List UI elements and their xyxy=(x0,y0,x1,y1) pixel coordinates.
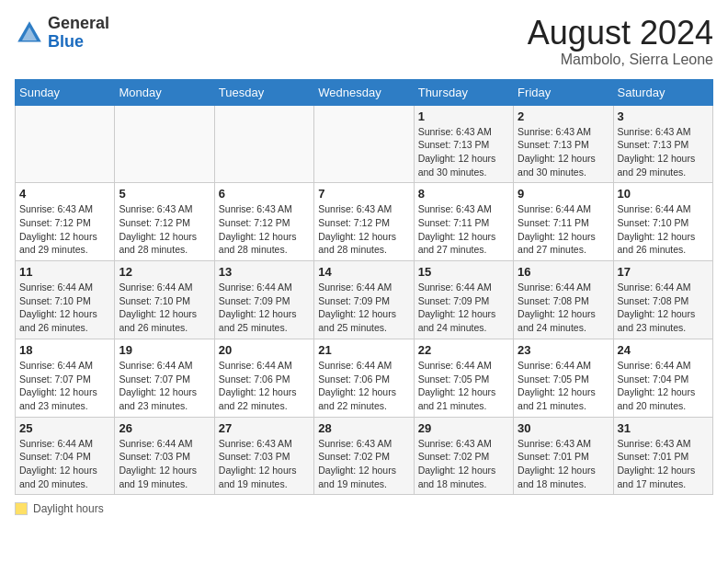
day-info: Sunrise: 6:44 AMSunset: 7:05 PMDaylight:… xyxy=(418,359,509,413)
calendar-cell: 31Sunrise: 6:43 AMSunset: 7:01 PMDayligh… xyxy=(613,417,712,495)
day-number: 17 xyxy=(618,265,709,279)
day-info: Sunrise: 6:44 AMSunset: 7:10 PMDaylight:… xyxy=(618,202,709,257)
day-number: 20 xyxy=(219,343,310,357)
header-cell-saturday: Saturday xyxy=(613,79,712,105)
calendar-cell xyxy=(314,105,414,183)
day-number: 7 xyxy=(318,187,409,201)
month-year: August 2024 xyxy=(528,15,713,52)
day-info: Sunrise: 6:44 AMSunset: 7:08 PMDaylight:… xyxy=(518,281,609,335)
header-row: SundayMondayTuesdayWednesdayThursdayFrid… xyxy=(16,79,713,105)
calendar-cell: 29Sunrise: 6:43 AMSunset: 7:02 PMDayligh… xyxy=(414,417,513,495)
day-number: 31 xyxy=(618,421,709,435)
daylight-label: Daylight hours xyxy=(33,502,104,515)
day-info: Sunrise: 6:43 AMSunset: 7:01 PMDaylight:… xyxy=(618,437,709,491)
day-info: Sunrise: 6:43 AMSunset: 7:11 PMDaylight:… xyxy=(418,202,509,257)
logo: General Blue xyxy=(15,15,109,52)
day-info: Sunrise: 6:44 AMSunset: 7:11 PMDaylight:… xyxy=(518,202,609,257)
week-row-4: 18Sunrise: 6:44 AMSunset: 7:07 PMDayligh… xyxy=(16,339,713,417)
day-number: 2 xyxy=(518,109,609,123)
day-info: Sunrise: 6:43 AMSunset: 7:03 PMDaylight:… xyxy=(219,437,310,491)
day-number: 22 xyxy=(418,343,509,357)
day-number: 24 xyxy=(618,343,709,357)
calendar-cell: 9Sunrise: 6:44 AMSunset: 7:11 PMDaylight… xyxy=(514,183,613,261)
day-number: 29 xyxy=(418,421,509,435)
calendar-cell: 5Sunrise: 6:43 AMSunset: 7:12 PMDaylight… xyxy=(115,183,214,261)
header-cell-tuesday: Tuesday xyxy=(214,79,313,105)
header: General Blue August 2024 Mambolo, Sierra… xyxy=(15,15,713,68)
day-number: 3 xyxy=(618,109,709,123)
title-area: August 2024 Mambolo, Sierra Leone xyxy=(528,15,713,68)
day-number: 6 xyxy=(219,187,310,201)
calendar-cell: 23Sunrise: 6:44 AMSunset: 7:05 PMDayligh… xyxy=(514,339,613,417)
day-number: 1 xyxy=(418,109,509,123)
day-info: Sunrise: 6:44 AMSunset: 7:03 PMDaylight:… xyxy=(119,437,210,491)
day-number: 16 xyxy=(518,265,609,279)
calendar-cell: 3Sunrise: 6:43 AMSunset: 7:13 PMDaylight… xyxy=(613,105,712,183)
header-cell-monday: Monday xyxy=(115,79,214,105)
calendar-cell: 16Sunrise: 6:44 AMSunset: 7:08 PMDayligh… xyxy=(514,261,613,339)
day-number: 27 xyxy=(219,421,310,435)
day-info: Sunrise: 6:44 AMSunset: 7:05 PMDaylight:… xyxy=(518,359,609,413)
calendar-cell: 12Sunrise: 6:44 AMSunset: 7:10 PMDayligh… xyxy=(115,261,214,339)
day-number: 5 xyxy=(119,187,210,201)
day-info: Sunrise: 6:44 AMSunset: 7:08 PMDaylight:… xyxy=(618,281,709,335)
day-info: Sunrise: 6:43 AMSunset: 7:13 PMDaylight:… xyxy=(618,125,709,179)
calendar-cell: 24Sunrise: 6:44 AMSunset: 7:04 PMDayligh… xyxy=(613,339,712,417)
day-number: 30 xyxy=(518,421,609,435)
calendar-cell: 30Sunrise: 6:43 AMSunset: 7:01 PMDayligh… xyxy=(514,417,613,495)
day-number: 25 xyxy=(19,421,110,435)
calendar-cell: 28Sunrise: 6:43 AMSunset: 7:02 PMDayligh… xyxy=(314,417,414,495)
day-info: Sunrise: 6:44 AMSunset: 7:04 PMDaylight:… xyxy=(618,359,709,413)
day-info: Sunrise: 6:43 AMSunset: 7:01 PMDaylight:… xyxy=(518,437,609,491)
day-info: Sunrise: 6:44 AMSunset: 7:06 PMDaylight:… xyxy=(318,359,409,413)
day-number: 13 xyxy=(219,265,310,279)
calendar-cell: 11Sunrise: 6:44 AMSunset: 7:10 PMDayligh… xyxy=(16,261,115,339)
calendar-cell: 20Sunrise: 6:44 AMSunset: 7:06 PMDayligh… xyxy=(214,339,313,417)
day-number: 8 xyxy=(418,187,509,201)
logo-icon xyxy=(15,18,44,48)
day-info: Sunrise: 6:44 AMSunset: 7:07 PMDaylight:… xyxy=(119,359,210,413)
day-number: 21 xyxy=(318,343,409,357)
day-info: Sunrise: 6:43 AMSunset: 7:12 PMDaylight:… xyxy=(318,202,409,257)
calendar-cell: 2Sunrise: 6:43 AMSunset: 7:13 PMDaylight… xyxy=(514,105,613,183)
day-number: 28 xyxy=(318,421,409,435)
header-cell-wednesday: Wednesday xyxy=(314,79,414,105)
calendar-cell: 8Sunrise: 6:43 AMSunset: 7:11 PMDaylight… xyxy=(414,183,513,261)
day-number: 10 xyxy=(618,187,709,201)
day-info: Sunrise: 6:44 AMSunset: 7:10 PMDaylight:… xyxy=(19,281,110,335)
day-info: Sunrise: 6:44 AMSunset: 7:09 PMDaylight:… xyxy=(418,281,509,335)
calendar-cell: 4Sunrise: 6:43 AMSunset: 7:12 PMDaylight… xyxy=(16,183,115,261)
week-row-2: 4Sunrise: 6:43 AMSunset: 7:12 PMDaylight… xyxy=(16,183,713,261)
day-number: 14 xyxy=(318,265,409,279)
calendar-cell: 10Sunrise: 6:44 AMSunset: 7:10 PMDayligh… xyxy=(613,183,712,261)
day-info: Sunrise: 6:44 AMSunset: 7:09 PMDaylight:… xyxy=(219,281,310,335)
calendar-cell: 17Sunrise: 6:44 AMSunset: 7:08 PMDayligh… xyxy=(613,261,712,339)
calendar-cell xyxy=(214,105,313,183)
week-row-3: 11Sunrise: 6:44 AMSunset: 7:10 PMDayligh… xyxy=(16,261,713,339)
calendar-cell: 14Sunrise: 6:44 AMSunset: 7:09 PMDayligh… xyxy=(314,261,414,339)
day-number: 4 xyxy=(19,187,110,201)
location: Mambolo, Sierra Leone xyxy=(528,52,713,68)
calendar-cell: 18Sunrise: 6:44 AMSunset: 7:07 PMDayligh… xyxy=(16,339,115,417)
calendar-cell: 1Sunrise: 6:43 AMSunset: 7:13 PMDaylight… xyxy=(414,105,513,183)
day-number: 23 xyxy=(518,343,609,357)
calendar-table: SundayMondayTuesdayWednesdayThursdayFrid… xyxy=(15,79,713,496)
day-info: Sunrise: 6:43 AMSunset: 7:12 PMDaylight:… xyxy=(119,202,210,257)
day-number: 15 xyxy=(418,265,509,279)
day-info: Sunrise: 6:44 AMSunset: 7:06 PMDaylight:… xyxy=(219,359,310,413)
calendar-cell: 13Sunrise: 6:44 AMSunset: 7:09 PMDayligh… xyxy=(214,261,313,339)
calendar-cell: 7Sunrise: 6:43 AMSunset: 7:12 PMDaylight… xyxy=(314,183,414,261)
calendar-cell xyxy=(115,105,214,183)
logo-general-text: General xyxy=(48,15,109,33)
week-row-1: 1Sunrise: 6:43 AMSunset: 7:13 PMDaylight… xyxy=(16,105,713,183)
header-cell-sunday: Sunday xyxy=(16,79,115,105)
day-number: 26 xyxy=(119,421,210,435)
calendar-cell: 6Sunrise: 6:43 AMSunset: 7:12 PMDaylight… xyxy=(214,183,313,261)
header-cell-thursday: Thursday xyxy=(414,79,513,105)
calendar-cell: 15Sunrise: 6:44 AMSunset: 7:09 PMDayligh… xyxy=(414,261,513,339)
calendar-cell: 22Sunrise: 6:44 AMSunset: 7:05 PMDayligh… xyxy=(414,339,513,417)
day-info: Sunrise: 6:43 AMSunset: 7:02 PMDaylight:… xyxy=(418,437,509,491)
day-info: Sunrise: 6:43 AMSunset: 7:12 PMDaylight:… xyxy=(19,202,110,257)
week-row-5: 25Sunrise: 6:44 AMSunset: 7:04 PMDayligh… xyxy=(16,417,713,495)
calendar-cell: 19Sunrise: 6:44 AMSunset: 7:07 PMDayligh… xyxy=(115,339,214,417)
